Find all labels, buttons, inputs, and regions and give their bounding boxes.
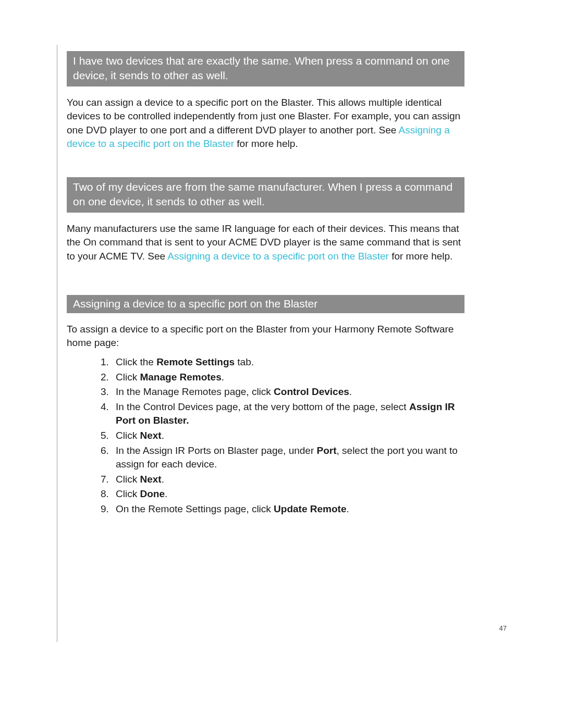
step-bold: Done [140,488,165,499]
step-text: Click [116,430,140,441]
step-2: Click Manage Remotes. [112,371,464,385]
step-bold: Update Remote [274,503,346,514]
step-text: Click [116,372,140,382]
step-text: Click [116,488,140,499]
step-text: On the Remote Settings page, click [116,503,274,514]
step-1: Click the Remote Settings tab. [112,355,464,369]
body-text: for more help. [234,138,298,149]
step-text: . [349,386,352,397]
step-bold: Next [140,430,161,441]
step-bold: Remote Settings [156,356,235,367]
step-text: . [165,488,167,499]
steps-list: Click the Remote Settings tab. Click Man… [67,355,464,516]
step-text: In the Assign IR Ports on Blaster page, … [116,445,317,456]
document-page: I have two devices that are exactly the … [0,0,563,728]
faq-body-identical-devices: You can assign a device to a specific po… [67,96,464,151]
faq-heading-identical-devices: I have two devices that are exactly the … [67,51,464,87]
step-bold: Control Devices [274,386,349,397]
page-number: 47 [499,624,507,632]
step-7: Click Next. [112,473,464,487]
page-content: I have two devices that are exactly the … [67,51,464,517]
step-text: . [162,474,164,485]
step-3: In the Manage Remotes page, click Contro… [112,385,464,399]
step-9: On the Remote Settings page, click Updat… [112,502,464,516]
step-text: . [222,372,224,382]
step-text: tab. [235,356,254,367]
step-bold: Next [140,474,161,485]
step-8: Click Done. [112,487,464,501]
faq-heading-same-manufacturer: Two of my devices are from the same manu… [67,177,464,213]
step-4: In the Control Devices page, at the very… [112,400,464,428]
step-text: . [346,503,349,514]
step-5: Click Next. [112,429,464,443]
step-text: Click the [116,356,156,367]
step-6: In the Assign IR Ports on Blaster page, … [112,444,464,472]
step-text: Click [116,474,140,485]
link-assign-port-2[interactable]: Assigning a device to a specific port on… [167,251,389,262]
step-bold: Manage Remotes [140,372,221,382]
left-margin-rule [57,45,57,642]
heading-assigning-device: Assigning a device to a specific port on… [67,295,464,313]
step-text: . [162,430,164,441]
step-text: In the Manage Remotes page, click [116,386,274,397]
step-text: In the Control Devices page, at the very… [116,401,409,412]
body-text: for more help. [389,251,453,262]
step-bold: Port [317,445,337,456]
faq-body-same-manufacturer: Many manufacturers use the same IR langu… [67,222,464,264]
intro-assigning-device: To assign a device to a specific port on… [67,323,464,350]
